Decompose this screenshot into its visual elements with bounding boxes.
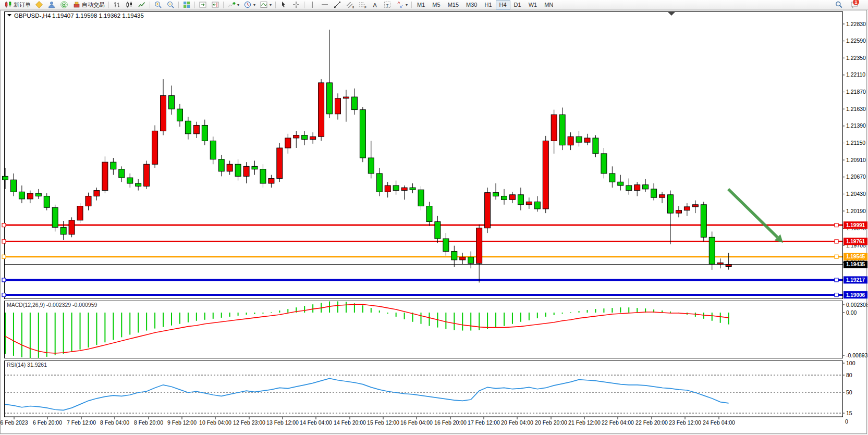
support-line-blue-2-left-anchor[interactable]: [2, 293, 6, 297]
resistance-line-1-left-anchor[interactable]: [2, 223, 6, 227]
dropdown-caret-icon[interactable]: ▾: [253, 3, 255, 7]
line-chart-button[interactable]: [136, 0, 148, 10]
cursor-button[interactable]: [277, 0, 290, 10]
search-button[interactable]: [833, 0, 845, 10]
crosshair-button[interactable]: [290, 0, 302, 10]
zoom-out-button[interactable]: [164, 0, 177, 10]
candle-body: [443, 239, 449, 251]
timeframe-m15-button[interactable]: M15: [444, 0, 462, 10]
auto-scroll-button[interactable]: [197, 0, 209, 10]
support-line-blue-1-left-anchor[interactable]: [2, 278, 6, 282]
tile-windows-button[interactable]: [180, 0, 193, 10]
price-axis-label: 1.20430: [846, 191, 866, 197]
time-axis-label: 20 Feb 04:00: [501, 419, 533, 426]
auto-trade-button[interactable]: 自动交易: [70, 0, 107, 10]
line-chart-icon: [138, 1, 146, 9]
candle-body: [651, 189, 657, 197]
candle-body: [302, 135, 308, 140]
vertical-line-button[interactable]: [306, 0, 319, 10]
candle-body: [701, 205, 706, 238]
timeframe-h4-button[interactable]: H4: [496, 0, 510, 10]
candle-body: [327, 83, 333, 114]
horizontal-line-button[interactable]: [319, 0, 331, 10]
periods-clock-icon: [243, 1, 252, 9]
candle-body: [94, 191, 100, 196]
candle-body: [235, 164, 241, 176]
time-axis-label: 17 Feb 12:00: [468, 419, 500, 426]
candle-body: [102, 162, 108, 190]
timeframe-m30-button[interactable]: M30: [462, 0, 481, 10]
bar-chart-button[interactable]: [111, 0, 123, 10]
text-icon: A: [371, 1, 379, 9]
trendline-button[interactable]: [331, 0, 344, 10]
timeframe-m5-button[interactable]: M5: [429, 0, 444, 10]
candle-body: [169, 95, 175, 109]
resistance-line-1-right-anchor[interactable]: [835, 223, 838, 227]
support-line-orange-right-anchor[interactable]: [835, 255, 838, 258]
candle-body: [568, 136, 573, 145]
candle-body: [551, 115, 557, 141]
price-axis-label: 1.20670: [846, 173, 866, 180]
equidistant-channel-icon: E: [346, 1, 354, 9]
candle-chart-icon: [125, 1, 133, 9]
timeframe-d1-button[interactable]: D1: [510, 0, 525, 10]
support-line-blue-1-right-anchor[interactable]: [835, 278, 838, 282]
timeframe-h1-button[interactable]: H1: [481, 0, 495, 10]
signal-button[interactable]: [58, 0, 70, 10]
candle-chart-button[interactable]: [123, 0, 136, 10]
candle-body: [593, 138, 598, 154]
resistance-line-2-left-anchor[interactable]: [2, 240, 6, 243]
candle-body: [44, 196, 50, 207]
resistance-line-2-right-anchor[interactable]: [835, 240, 838, 243]
dropdown-caret-icon[interactable]: ▾: [406, 3, 408, 7]
macd-axis-label: -0.008939: [846, 352, 867, 358]
candle-body: [144, 164, 150, 186]
candle-body: [376, 173, 382, 192]
chart-shift-button[interactable]: [209, 0, 222, 10]
new-order-button[interactable]: 新订单: [2, 0, 33, 10]
candle-body: [10, 180, 16, 192]
svg-text:A: A: [373, 2, 377, 8]
equidistant-channel-button[interactable]: E: [344, 0, 356, 10]
candle-body: [518, 195, 523, 205]
candle-body: [27, 193, 33, 199]
toolbar-separator: [411, 2, 412, 8]
macd-label: MACD(12,26,9) -0.002329 -0.000959: [7, 302, 97, 308]
zoom-in-button[interactable]: [152, 0, 164, 10]
fibonacci-icon: F: [358, 1, 366, 9]
accounts-button[interactable]: [45, 0, 58, 10]
text-label-button[interactable]: T: [381, 0, 394, 10]
periods-button[interactable]: ▾: [241, 0, 258, 10]
candle-body: [659, 195, 665, 197]
notifications-button[interactable]: 1: [848, 0, 861, 10]
fibonacci-button[interactable]: F: [356, 0, 369, 10]
timeframe-m1-button[interactable]: M1: [413, 0, 429, 10]
vertical-line-icon: [308, 1, 316, 9]
candle-body: [69, 220, 75, 234]
timeframe-w1-button[interactable]: W1: [525, 0, 541, 10]
indicators-button[interactable]: ▾: [225, 0, 241, 10]
candle-body: [451, 252, 457, 260]
arrows-button[interactable]: ▾: [394, 0, 410, 10]
rsi-axis-label: 15: [846, 410, 852, 416]
support-line-orange-left-anchor[interactable]: [2, 255, 6, 258]
price-axis-label: 1.22350: [846, 55, 866, 61]
time-axis-label: 22 Feb 04:00: [602, 419, 634, 426]
dropdown-caret-icon[interactable]: ▾: [237, 3, 239, 7]
support-line-blue-2-right-anchor[interactable]: [835, 293, 838, 297]
text-button[interactable]: A: [369, 0, 381, 10]
timeframe-w1-label: W1: [529, 2, 537, 8]
candle-body: [77, 206, 83, 220]
toolbar-separator: [194, 2, 195, 8]
funnel-button[interactable]: [33, 0, 45, 10]
dropdown-caret-icon[interactable]: ▾: [270, 3, 272, 7]
time-axis-label: 6 Feb 20:00: [33, 419, 62, 426]
price-axis-label: 1.22110: [846, 71, 865, 78]
price-tag-label: 1.19217: [846, 277, 865, 283]
main-price-pane: [5, 12, 843, 299]
timeframe-mn-button[interactable]: MN: [541, 0, 557, 10]
templates-button[interactable]: ▾: [258, 0, 274, 10]
timeframe-m5-label: M5: [432, 2, 440, 8]
candle-body: [692, 205, 698, 207]
candle-body: [227, 164, 233, 171]
